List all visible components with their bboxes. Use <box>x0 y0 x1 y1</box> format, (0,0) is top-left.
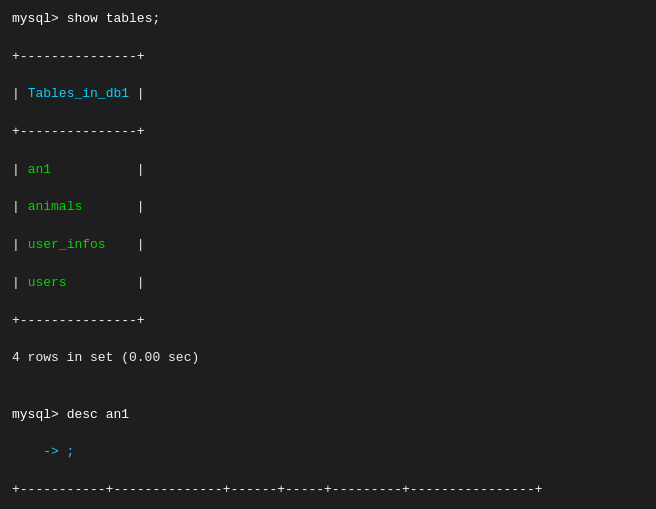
prompt-2: mysql> <box>12 407 59 422</box>
border-2: | <box>12 86 20 101</box>
desc-border-1: +-----------+--------------+------+-----… <box>12 482 543 497</box>
border-12: | <box>137 275 145 290</box>
terminal-window: mysql> show tables; +---------------+ | … <box>12 10 644 509</box>
col-header-tables: Tables_in_db1 <box>28 86 129 101</box>
border-13: +---------------+ <box>12 313 145 328</box>
border-8: | <box>137 199 145 214</box>
table-row-an1: an1 <box>28 162 51 177</box>
table-row-user-infos: user_infos <box>28 237 106 252</box>
border-4: +---------------+ <box>12 124 145 139</box>
border-5: | <box>12 162 20 177</box>
border-10: | <box>137 237 145 252</box>
border-6: | <box>137 162 145 177</box>
table-row-users: users <box>28 275 67 290</box>
result-1: 4 rows in set (0.00 sec) <box>12 350 199 365</box>
border-1: +---------------+ <box>12 49 145 64</box>
arrow-1: -> ; <box>43 444 74 459</box>
border-11: | <box>12 275 20 290</box>
table-row-animals: animals <box>28 199 83 214</box>
border-9: | <box>12 237 20 252</box>
border-3: | <box>137 86 145 101</box>
prompt-1: mysql> <box>12 11 59 26</box>
border-7: | <box>12 199 20 214</box>
cmd-1: show tables; <box>67 11 161 26</box>
terminal-output: mysql> show tables; +---------------+ | … <box>12 10 644 509</box>
cmd-2: desc an1 <box>67 407 129 422</box>
